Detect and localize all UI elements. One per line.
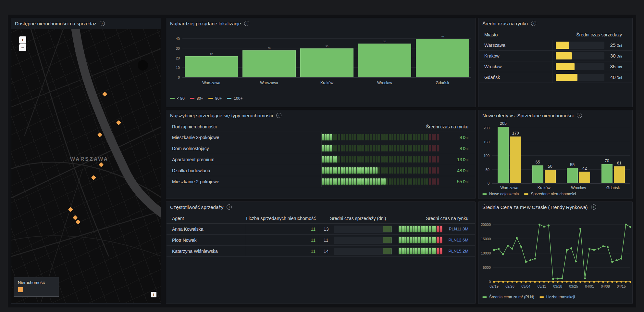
panel-title[interactable]: Najbardziej pożądane lokalizacje <box>170 21 241 26</box>
lcd-cell <box>333 145 335 151</box>
zoom-out-button[interactable]: − <box>19 44 26 51</box>
lcd-cell <box>325 145 327 151</box>
lcd-cell <box>376 167 378 174</box>
panel-title[interactable]: Średnia Cena za m² w Czasie (Trendy Rynk… <box>482 204 588 210</box>
info-icon[interactable]: i <box>244 21 249 26</box>
lcd-cell <box>346 178 348 185</box>
lcd-cell <box>394 156 396 162</box>
info-icon[interactable]: i <box>591 204 596 210</box>
info-icon[interactable]: i <box>577 113 582 118</box>
lcd-cell <box>352 167 353 174</box>
sold-count-cell: 11 <box>246 235 319 245</box>
y-axis-label: 10000 <box>481 251 491 255</box>
bar-gauge <box>556 74 604 81</box>
info-icon[interactable]: i <box>100 21 105 26</box>
data-point <box>561 281 563 283</box>
column-header-city[interactable]: Miasto <box>479 30 552 40</box>
lcd-cell <box>352 178 353 185</box>
lcd-cell <box>365 145 367 151</box>
data-point <box>593 249 595 251</box>
column-header-market-time[interactable]: Średni czas na rynku <box>322 122 475 132</box>
legend-item[interactable]: Średnia cena za m² (PLN) <box>482 295 534 299</box>
zoom-in-button[interactable]: + <box>19 36 26 44</box>
panel-title[interactable]: Najszybciej sprzedające się typy nieruch… <box>170 113 273 118</box>
legend-item[interactable]: 100+ <box>227 96 242 101</box>
gauge-cell: 40Dni <box>552 72 632 83</box>
data-point <box>566 281 568 283</box>
bar[interactable] <box>416 39 469 77</box>
data-point <box>611 261 613 263</box>
legend-item[interactable]: < 80 <box>170 96 185 101</box>
lcd-cell <box>402 178 404 185</box>
market-time-gauge-cell <box>322 176 441 187</box>
lcd-cell <box>346 145 348 151</box>
map-streets-layer <box>11 29 161 303</box>
legend-item[interactable]: Liczba transakcji <box>539 295 575 299</box>
column-header-avg-sale-time[interactable]: Średni czas sprzedaży <box>552 30 632 40</box>
column-header-market-time[interactable]: Średni czas na rynku <box>397 214 475 223</box>
data-point <box>579 281 581 283</box>
lcd-cell <box>362 134 364 140</box>
bar-value-label: 50 <box>544 164 556 169</box>
x-axis-label: Kraków <box>527 186 562 190</box>
panel-title[interactable]: Średni czas na rynku <box>482 21 528 26</box>
panel-header: Najszybciej sprzedające się typy nieruch… <box>166 110 475 121</box>
legend-item[interactable]: 90+ <box>208 96 222 101</box>
bar[interactable] <box>358 44 411 77</box>
legend-item[interactable]: Sprzedane nieruchomości <box>524 192 576 196</box>
days-unit: Dni <box>463 147 468 150</box>
panel-title[interactable]: Dostępne nieruchomości na sprzedaż <box>15 21 96 26</box>
bar[interactable] <box>498 127 509 183</box>
bar[interactable] <box>601 164 613 184</box>
city-cell: Wrocław <box>479 61 552 72</box>
map-canvas[interactable]: WARSZAWA + − Nieruchomość i <box>11 29 161 303</box>
map-attribution-button[interactable]: i <box>151 292 156 297</box>
sold-count-cell: 11 <box>246 224 319 234</box>
info-icon[interactable]: i <box>531 21 536 26</box>
bar[interactable] <box>510 136 521 184</box>
info-icon[interactable]: i <box>227 204 232 210</box>
bar[interactable] <box>300 48 353 77</box>
legend-item[interactable]: Nowe ogłoszenia <box>482 192 519 196</box>
data-point <box>575 281 577 283</box>
column-header-avg-days[interactable]: Średni czas sprzedaży (dni) <box>319 214 397 223</box>
lcd-cell <box>354 178 356 185</box>
lcd-cell <box>383 178 385 185</box>
days-value-cell: 8Dni <box>441 143 475 154</box>
bar[interactable] <box>242 50 296 77</box>
legend-item[interactable]: 80+ <box>190 96 203 101</box>
data-point <box>625 224 627 226</box>
x-axis-label: Gdańsk <box>414 81 471 85</box>
lcd-cell <box>333 156 335 162</box>
column-header-agent[interactable]: Agent <box>167 214 246 223</box>
days-value-cell: 13Dni <box>441 154 475 165</box>
chart-legend: Średnia cena za m² (PLN)Liczba transakcj… <box>482 295 580 299</box>
data-point <box>620 258 622 260</box>
lcd-cell <box>357 167 359 174</box>
map-city-label: WARSZAWA <box>54 156 125 162</box>
bar[interactable] <box>579 172 590 183</box>
lcd-cell <box>346 156 348 162</box>
data-point <box>616 259 618 261</box>
grouped-bar-plot: 050100150200205170655055427061 <box>492 125 630 184</box>
column-header-sold[interactable]: Liczba sprzedanych nieruchomość <box>246 214 319 223</box>
y-axis-label: 5000 <box>483 266 491 269</box>
info-icon[interactable]: i <box>276 113 281 118</box>
bar[interactable] <box>567 168 578 183</box>
lcd-cell <box>354 134 356 140</box>
led-cell <box>437 226 439 232</box>
lcd-cell <box>413 134 415 140</box>
panel-title[interactable]: Częstotliwość sprzedaży <box>170 204 223 210</box>
lcd-cell <box>341 167 343 174</box>
legend-label: 90+ <box>215 96 222 101</box>
data-point <box>602 281 604 283</box>
column-header-type[interactable]: Rodzaj nieruchomości <box>167 122 322 132</box>
basic-gauge <box>334 226 392 233</box>
days-value-cell: 35Dni <box>604 64 632 70</box>
bar[interactable] <box>532 165 543 183</box>
bar[interactable] <box>185 56 238 77</box>
x-axis-label: 02/19 <box>489 284 499 288</box>
bar[interactable] <box>545 170 556 184</box>
panel-title[interactable]: Nowe oferty vs. Sprzedane nieruchomości <box>482 113 574 118</box>
bar[interactable] <box>614 166 625 183</box>
